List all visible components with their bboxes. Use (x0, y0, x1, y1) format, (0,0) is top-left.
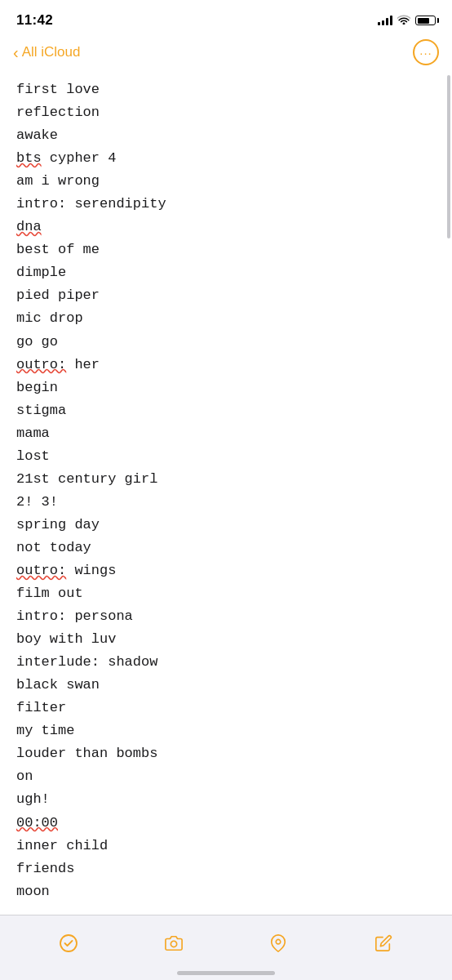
edit-icon (374, 934, 392, 952)
note-line: awake (16, 124, 436, 147)
more-button[interactable]: ··· (413, 39, 439, 65)
note-line: friends (16, 858, 436, 880)
note-line: lost (16, 445, 436, 468)
location-button[interactable] (262, 927, 295, 960)
note-line: outro: wings (16, 559, 436, 582)
status-bar: 11:42 (0, 0, 452, 36)
note-line: filter (16, 697, 436, 719)
back-label: All iCloud (22, 44, 81, 60)
nav-bar: ‹ All iCloud ··· (0, 36, 452, 75)
note-line: pied piper (16, 284, 436, 307)
wifi-icon (397, 14, 410, 27)
note-line: spring day (16, 514, 436, 537)
note-line: black swan (16, 674, 436, 697)
note-line: outro: her (16, 354, 436, 376)
note-line: moon (16, 880, 436, 903)
location-icon (269, 934, 287, 952)
bottom-toolbar (0, 915, 452, 980)
scrollbar[interactable] (447, 75, 450, 238)
note-line: film out (16, 582, 436, 605)
note-line: boy with luv (16, 628, 436, 651)
note-line: 00:00 (16, 812, 436, 835)
check-button[interactable] (52, 927, 85, 960)
note-line: bts cypher 4 (16, 147, 436, 170)
check-icon (59, 933, 78, 953)
svg-point-2 (277, 939, 281, 944)
battery-icon (415, 16, 436, 25)
note-line: best of me (16, 238, 436, 261)
note-line: intro: serendipity (16, 193, 436, 216)
note-line: ugh! (16, 788, 436, 811)
note-line: first love (16, 78, 436, 101)
status-icons (378, 14, 436, 27)
svg-point-0 (60, 935, 77, 951)
note-line: not today (16, 537, 436, 559)
note-line: louder than bombs (16, 742, 436, 765)
note-line: 2! 3! (16, 491, 436, 514)
note-line: am i wrong (16, 170, 436, 193)
note-line: go go (16, 331, 436, 354)
note-line: dimple (16, 261, 436, 284)
note-line: mic drop (16, 307, 436, 330)
camera-button[interactable] (157, 927, 190, 960)
home-indicator (177, 971, 275, 975)
content-wrapper: first lovereflectionawakebts cypher 4am … (0, 75, 452, 920)
back-button[interactable]: ‹ All iCloud (13, 43, 80, 62)
note-line: dna (16, 216, 436, 238)
note-line: stigma (16, 399, 436, 422)
note-line: inner child (16, 835, 436, 858)
note-line: begin (16, 376, 436, 399)
more-icon: ··· (419, 46, 432, 60)
back-chevron-icon: ‹ (13, 43, 19, 62)
note-line: 21st century girl (16, 468, 436, 491)
note-line: my time (16, 719, 436, 742)
note-content: first lovereflectionawakebts cypher 4am … (0, 75, 452, 920)
camera-icon (165, 934, 183, 952)
note-line: interlude: shadow (16, 651, 436, 674)
edit-button[interactable] (367, 927, 400, 960)
note-line: mama (16, 422, 436, 445)
signal-icon (378, 16, 392, 25)
note-line: on (16, 765, 436, 788)
status-time: 11:42 (16, 12, 53, 29)
note-line: reflection (16, 101, 436, 124)
svg-point-1 (171, 941, 176, 947)
note-line: intro: persona (16, 605, 436, 628)
